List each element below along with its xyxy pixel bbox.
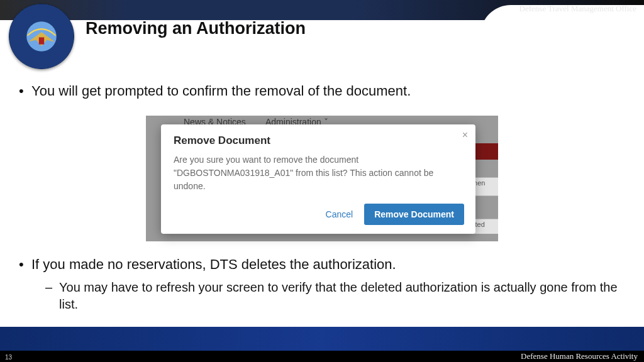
embedded-screenshot: News & Notices Administration ˅ men itte… (146, 116, 498, 241)
bullet-2-text: If you made no reservations, DTS deletes… (31, 256, 396, 272)
cancel-button[interactable]: Cancel (326, 209, 353, 219)
body-area-2: If you made no reservations, DTS deletes… (19, 255, 625, 319)
footer-bar: 13 Defense Human Resources Activity (0, 351, 644, 362)
footer-agency-label: Defense Human Resources Activity (521, 351, 638, 361)
svg-rect-2 (39, 37, 44, 44)
body-area: You will get prompted to confirm the rem… (19, 82, 625, 107)
remove-document-button[interactable]: Remove Document (364, 204, 464, 225)
remove-document-dialog: × Remove Document Are you sure you want … (161, 124, 475, 234)
dialog-body: Are you sure you want to remove the docu… (174, 153, 444, 193)
dialog-actions: Cancel Remove Document (326, 204, 464, 225)
org-seal-icon (9, 4, 74, 69)
bullet-2: If you made no reservations, DTS deletes… (19, 255, 625, 313)
close-icon[interactable]: × (462, 129, 468, 141)
eagle-icon (19, 14, 64, 58)
slide-title: Removing an Authorization (86, 19, 306, 38)
header-office-label: Defense Travel Management Office (519, 4, 636, 14)
footer-wave (0, 327, 644, 351)
page-number: 13 (5, 354, 12, 361)
bullet-1: You will get prompted to confirm the rem… (19, 82, 625, 101)
bullet-2-sub-1: You may have to refresh your screen to v… (31, 279, 625, 313)
dialog-title: Remove Document (174, 134, 463, 147)
